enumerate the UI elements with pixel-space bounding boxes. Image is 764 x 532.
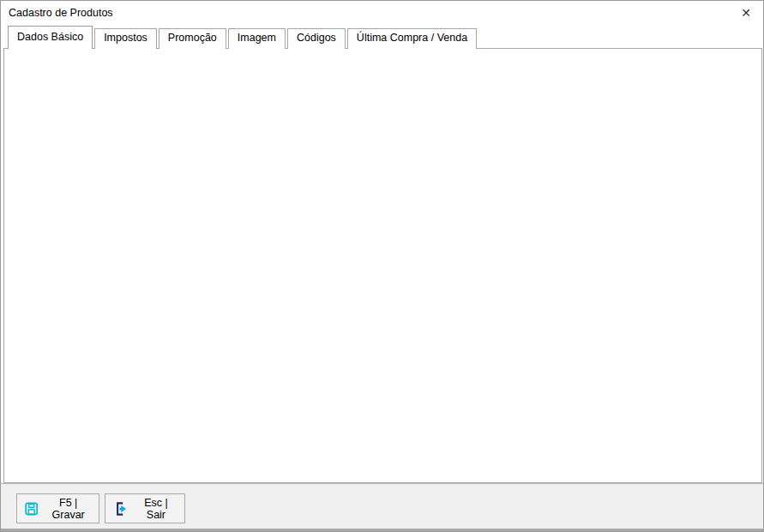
bottom-bar: F5 | Gravar Esc | Sair: [1, 483, 763, 532]
exit-button[interactable]: Esc | Sair: [105, 493, 185, 523]
close-icon[interactable]: ✕: [741, 6, 751, 20]
tab-promocao[interactable]: Promoção: [159, 28, 226, 49]
window-title: Cadastro de Produtos: [9, 7, 113, 19]
tab-strip: Dados BásicoImpostosPromoçãoImagemCódigo…: [8, 26, 478, 49]
save-button[interactable]: F5 | Gravar: [16, 493, 99, 523]
tab-page-dados-basico: [3, 48, 762, 483]
exit-door-icon: [112, 500, 129, 517]
tab-ultima-compra-venda[interactable]: Última Compra / Venda: [347, 28, 477, 49]
tab-codigos[interactable]: Códigos: [287, 28, 346, 49]
title-bar: Cadastro de Produtos ✕: [1, 1, 763, 26]
tab-dados-basico[interactable]: Dados Básico: [8, 26, 93, 49]
cadastro-de-produtos-window: Cadastro de Produtos ✕ Dados BásicoImpos…: [0, 0, 764, 532]
tab-impostos[interactable]: Impostos: [94, 28, 157, 49]
tab-imagem[interactable]: Imagem: [228, 28, 286, 49]
save-button-label: F5 | Gravar: [45, 497, 92, 521]
floppy-disk-icon: [24, 500, 39, 517]
exit-button-label: Esc | Sair: [135, 497, 177, 521]
